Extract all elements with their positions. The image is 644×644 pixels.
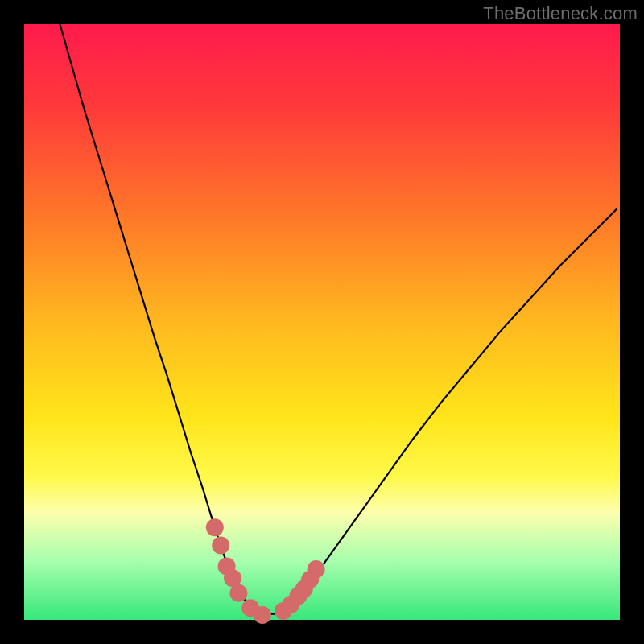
chart-container: TheBottleneck.com: [0, 0, 644, 644]
watermark-label: TheBottleneck.com: [483, 3, 638, 24]
marker-dot: [254, 606, 271, 624]
marker-dot: [229, 584, 247, 602]
marker-group: [206, 518, 325, 624]
marker-dot: [308, 560, 325, 578]
marker-dot: [212, 537, 229, 555]
marker-dot: [206, 518, 224, 536]
plot-gradient-background: [24, 24, 620, 620]
marker-layer: [24, 24, 620, 620]
